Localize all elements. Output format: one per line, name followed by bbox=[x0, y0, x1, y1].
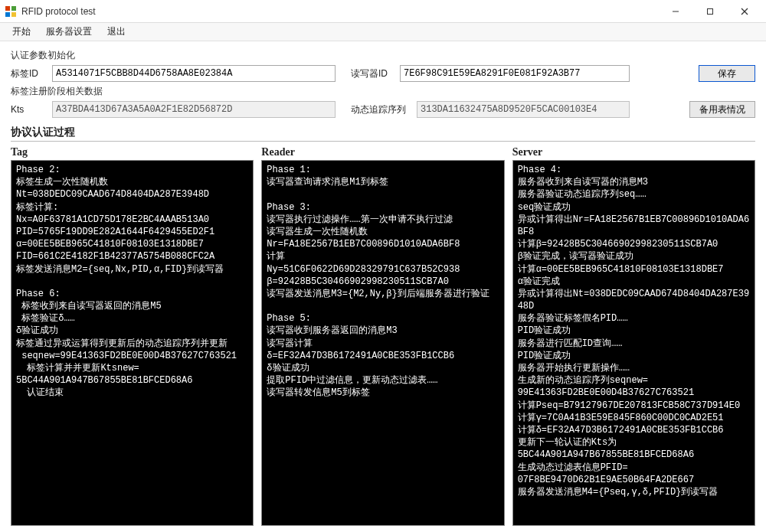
menubar: 开始 服务器设置 退出 bbox=[0, 23, 766, 41]
kts-label: Kts bbox=[11, 104, 47, 115]
tag-column-title: Tag bbox=[11, 146, 254, 158]
process-divider bbox=[11, 141, 755, 142]
svg-rect-5 bbox=[707, 8, 712, 14]
server-column-title: Server bbox=[512, 146, 755, 158]
window-buttons bbox=[658, 0, 761, 23]
process-columns: Tag Phase 2: 标签生成一次性随机数 Nt=038DEDC09CAAD… bbox=[11, 146, 755, 526]
menu-exit[interactable]: 退出 bbox=[100, 23, 133, 41]
tag-console: Phase 2: 标签生成一次性随机数 Nt=038DEDC09CAAD674D… bbox=[11, 160, 254, 526]
tag-id-input[interactable] bbox=[52, 65, 336, 82]
save-button[interactable]: 保存 bbox=[699, 65, 755, 82]
menu-start[interactable]: 开始 bbox=[5, 23, 38, 41]
tag-id-label: 标签ID bbox=[11, 67, 47, 80]
svg-rect-0 bbox=[5, 6, 10, 11]
close-button[interactable] bbox=[727, 0, 761, 23]
app-icon bbox=[5, 5, 17, 18]
kts-readonly bbox=[52, 101, 336, 118]
reader-id-label: 读写器ID bbox=[351, 67, 395, 80]
tag-column: Tag Phase 2: 标签生成一次性随机数 Nt=038DEDC09CAAD… bbox=[11, 146, 254, 526]
server-console: Phase 4: 服务器收到来自读写器的消息M3 服务器验证动态追踪序列seq…… bbox=[512, 160, 755, 526]
dts-readonly bbox=[417, 101, 630, 118]
dts-label: 动态追踪序列 bbox=[351, 103, 412, 116]
titlebar: RFID protocol test bbox=[0, 0, 766, 23]
reg-phase-group: 标签注册阶段相关数据 Kts 动态追踪序列 备用表情况 bbox=[11, 85, 755, 118]
process-header: 协议认证过程 bbox=[11, 126, 755, 139]
svg-rect-2 bbox=[5, 12, 10, 17]
minimize-button[interactable] bbox=[658, 0, 692, 23]
maximize-button[interactable] bbox=[692, 0, 727, 23]
reader-console: Phase 1: 读写器查询请求消息M1到标签 Phase 3: 读写器执行过滤… bbox=[261, 160, 504, 526]
window-title: RFID protocol test bbox=[21, 6, 96, 17]
svg-rect-1 bbox=[11, 6, 16, 11]
svg-rect-3 bbox=[11, 12, 16, 17]
main-content: 认证参数初始化 标签ID 读写器ID 保存 标签注册阶段相关数据 Kts 动态追… bbox=[0, 41, 766, 532]
reader-id-input[interactable] bbox=[400, 65, 630, 82]
server-column: Server Phase 4: 服务器收到来自读写器的消息M3 服务器验证动态追… bbox=[512, 146, 755, 526]
reader-column-title: Reader bbox=[261, 146, 504, 158]
backup-table-button[interactable]: 备用表情况 bbox=[689, 101, 755, 118]
auth-params-group: 认证参数初始化 标签ID 读写器ID 保存 bbox=[11, 49, 755, 82]
auth-params-title: 认证参数初始化 bbox=[11, 49, 755, 62]
reg-phase-title: 标签注册阶段相关数据 bbox=[11, 85, 755, 98]
menu-server-settings[interactable]: 服务器设置 bbox=[38, 23, 100, 41]
reader-column: Reader Phase 1: 读写器查询请求消息M1到标签 Phase 3: … bbox=[261, 146, 504, 526]
